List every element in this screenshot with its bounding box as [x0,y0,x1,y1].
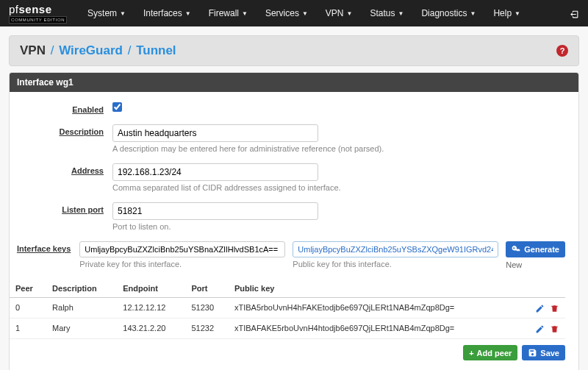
chevron-down-icon: ▼ [302,10,308,17]
key-icon [512,244,521,255]
label-address: Address [71,166,104,175]
description-input[interactable] [112,124,318,142]
nav-interfaces[interactable]: Interfaces▼ [135,0,200,26]
edit-icon[interactable] [535,302,545,313]
nav-diagnostics[interactable]: Diagnostics▼ [412,0,484,26]
address-help: Comma separated list of CIDR addresses a… [112,183,565,192]
label-listen-port: Listen port [62,205,104,214]
generate-button[interactable]: Generate [506,241,565,257]
table-row: 0 Ralph 12.12.12.12 51230 xTIBA5rboUvnH4… [10,297,565,318]
col-description: Description [46,280,117,298]
chevron-down-icon: ▼ [120,10,126,17]
nav-menus: System▼ Interfaces▼ Firewall▼ Services▼ … [79,0,529,26]
logout-icon[interactable] [570,7,579,19]
col-endpoint: Endpoint [117,280,185,298]
breadcrumb: VPN / WireGuard / Tunnel [20,43,176,58]
nav-services[interactable]: Services▼ [257,0,317,26]
top-navbar: pfsense COMMUNITY EDITION System▼ Interf… [0,0,588,26]
chevron-down-icon: ▼ [242,10,248,17]
breadcrumb-wireguard[interactable]: WireGuard [59,43,123,57]
private-key-help: Private key for this interface. [79,260,285,268]
public-key-help: Public key for this interface. [293,260,498,268]
private-key-input[interactable] [79,241,285,257]
breadcrumb-bar: VPN / WireGuard / Tunnel ? [9,35,579,66]
chevron-down-icon: ▼ [470,10,476,17]
chevron-down-icon: ▼ [347,10,353,17]
delete-icon[interactable] [550,302,559,313]
chevron-down-icon: ▼ [514,10,520,17]
col-peer: Peer [10,280,46,298]
listen-port-help: Port to listen on. [112,222,565,231]
breadcrumb-root[interactable]: VPN [20,43,46,57]
save-icon [528,348,537,358]
label-interface-keys: Interface keys [17,244,71,253]
label-enabled: Enabled [72,105,104,114]
nav-status[interactable]: Status▼ [361,0,412,26]
table-row: 1 Mary 143.21.2.20 51232 xTIBAFAKE5rboUv… [10,318,565,338]
nav-help[interactable]: Help▼ [484,0,529,26]
listen-port-input[interactable] [112,202,318,220]
enabled-checkbox[interactable] [112,102,122,112]
interface-panel: Interface wg1 Enabled Description A desc… [9,72,579,370]
chevron-down-icon: ▼ [185,10,191,17]
plus-icon: + [469,349,473,357]
add-peer-button[interactable]: +Add peer [463,345,517,361]
chevron-down-icon: ▼ [398,10,404,17]
nav-firewall[interactable]: Firewall▼ [200,0,257,26]
description-help: A description may be entered here for ad… [112,144,565,153]
delete-icon[interactable] [550,323,559,334]
key-new-label: New [506,260,522,269]
col-port: Port [185,280,229,298]
col-pubkey: Public key [229,280,520,298]
save-button[interactable]: Save [522,345,565,361]
breadcrumb-tunnel[interactable]: Tunnel [136,43,176,57]
address-input[interactable] [112,163,318,181]
label-description: Description [59,127,104,136]
peers-table: Peer Description Endpoint Port Public ke… [10,280,565,339]
help-icon[interactable]: ? [556,45,568,57]
panel-title: Interface wg1 [10,73,578,92]
public-key-input[interactable] [293,241,498,257]
nav-vpn[interactable]: VPN▼ [317,0,362,26]
logo[interactable]: pfsense COMMUNITY EDITION [9,3,67,24]
nav-system[interactable]: System▼ [79,0,135,26]
edit-icon[interactable] [535,323,545,334]
